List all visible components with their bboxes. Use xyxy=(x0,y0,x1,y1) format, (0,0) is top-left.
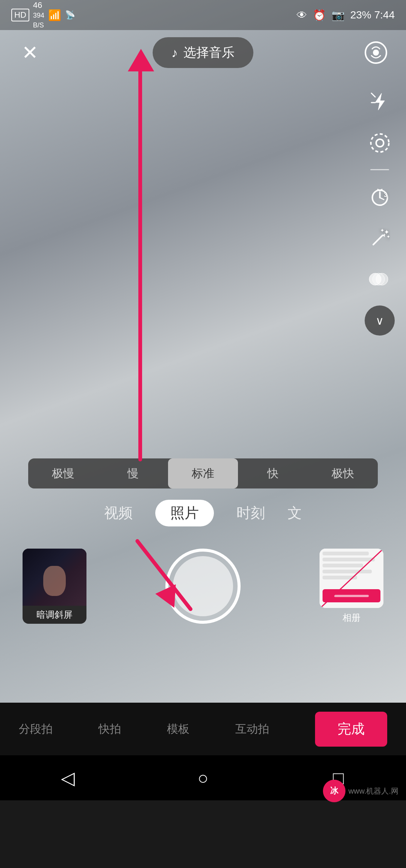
flash-button[interactable] xyxy=(365,86,395,116)
music-label: 选择音乐 xyxy=(183,44,235,61)
thumbnail-image xyxy=(23,549,86,606)
done-button[interactable]: 完成 xyxy=(315,712,387,747)
tab-segmented-shoot[interactable]: 分段拍 xyxy=(19,721,53,737)
mode-video-label: 视频 xyxy=(104,505,133,521)
speed-normal-label: 标准 xyxy=(192,466,214,481)
network-speed: 46394B/S xyxy=(33,0,44,30)
mode-tab-text[interactable]: 文 xyxy=(288,504,302,523)
speed-item-slow[interactable]: 慢 xyxy=(98,458,168,488)
music-select-button[interactable]: ♪ 选择音乐 xyxy=(153,37,253,68)
speed-selector: 极慢 慢 标准 快 极快 xyxy=(28,458,378,488)
signal-icon: 📡 xyxy=(65,10,75,20)
svg-line-13 xyxy=(373,235,383,245)
tab-interactive-label: 互动拍 xyxy=(235,723,269,735)
status-bar: HD 46394B/S 📶 📡 👁 ⏰ 📷 23% 7:44 xyxy=(0,0,406,30)
done-label: 完成 xyxy=(338,721,365,736)
svg-point-20 xyxy=(373,273,385,285)
filter-button[interactable] xyxy=(365,264,395,294)
tab-quick-shoot[interactable]: 快拍 xyxy=(98,721,121,737)
settings-button[interactable] xyxy=(365,128,395,158)
annotation-arrow-vertical xyxy=(138,63,142,461)
mode-tabs: 视频 照片 时刻 文 xyxy=(0,500,406,526)
watermark: 冰 www.机器人.网 xyxy=(323,780,398,802)
speed-item-very-fast[interactable]: 极快 xyxy=(308,458,378,488)
hd-badge: HD xyxy=(11,9,29,21)
mode-moment-label: 时刻 xyxy=(236,505,265,521)
nav-home-button[interactable]: ○ xyxy=(188,763,218,793)
alarm-icon: ⏰ xyxy=(313,9,326,21)
right-icon-panel: 3 ✦ ✦ ✦ ∨ xyxy=(365,86,395,336)
tab-segmented-label: 分段拍 xyxy=(19,723,53,735)
speed-fast-label: 快 xyxy=(267,466,279,481)
eye-icon: 👁 xyxy=(297,9,307,21)
album-preview xyxy=(320,549,383,608)
speed-slow-label: 慢 xyxy=(127,466,139,481)
close-button[interactable]: ✕ xyxy=(15,38,45,68)
status-right: 👁 ⏰ 📷 23% 7:44 xyxy=(297,9,395,21)
speed-item-very-slow[interactable]: 极慢 xyxy=(28,458,98,488)
chevron-down-icon: ∨ xyxy=(376,314,384,327)
status-left: HD 46394B/S 📶 📡 xyxy=(11,0,75,30)
annotation-arrowhead-top xyxy=(128,49,154,71)
svg-text:✦: ✦ xyxy=(386,234,390,239)
mode-photo-label: 照片 xyxy=(170,505,199,521)
svg-point-1 xyxy=(373,50,379,56)
mode-tab-moment[interactable]: 时刻 xyxy=(236,504,265,523)
close-icon: ✕ xyxy=(22,41,38,64)
thumbnail-template[interactable]: 暗调斜屏 xyxy=(23,549,86,624)
svg-point-6 xyxy=(371,134,389,152)
svg-line-3 xyxy=(371,93,375,97)
speed-very-fast-label: 极快 xyxy=(332,466,354,481)
top-bar: ✕ ♪ 选择音乐 xyxy=(0,30,406,75)
nav-back-button[interactable]: ◁ xyxy=(53,763,83,793)
svg-point-5 xyxy=(376,139,383,147)
wifi-icon: 📶 xyxy=(48,9,61,21)
beauty-button[interactable]: ✦ ✦ ✦ xyxy=(365,223,395,253)
tab-quick-label: 快拍 xyxy=(98,723,121,735)
back-icon: ◁ xyxy=(61,767,75,788)
thumbnail-label: 暗调斜屏 xyxy=(23,606,86,624)
album-label: 相册 xyxy=(342,612,361,624)
svg-line-9 xyxy=(380,198,384,200)
album-button[interactable]: 相册 xyxy=(320,549,383,624)
speed-very-slow-label: 极慢 xyxy=(52,466,74,481)
svg-text:✦: ✦ xyxy=(380,228,385,233)
home-icon: ○ xyxy=(198,768,209,788)
tab-template[interactable]: 模板 xyxy=(167,721,189,737)
mode-text-label: 文 xyxy=(288,505,302,521)
music-icon: ♪ xyxy=(171,45,178,60)
svg-marker-2 xyxy=(375,93,385,110)
battery-level: 23% 7:44 xyxy=(350,9,395,21)
timer-button[interactable]: 3 xyxy=(365,181,395,212)
svg-text:3: 3 xyxy=(384,192,387,198)
mode-tab-photo[interactable]: 照片 xyxy=(155,500,214,526)
mode-tab-video[interactable]: 视频 xyxy=(104,504,133,523)
tab-template-label: 模板 xyxy=(167,723,189,735)
speed-item-fast[interactable]: 快 xyxy=(238,458,308,488)
speed-item-normal[interactable]: 标准 xyxy=(168,458,238,488)
camera-icon: 📷 xyxy=(332,9,345,21)
camera-flip-button[interactable] xyxy=(361,38,391,68)
icon-divider xyxy=(370,169,389,170)
tab-interactive[interactable]: 互动拍 xyxy=(235,721,269,737)
bottom-tab-bar: 分段拍 快拍 模板 互动拍 完成 xyxy=(0,703,406,755)
shutter-area: 暗调斜屏 xyxy=(0,549,406,624)
expand-button[interactable]: ∨ xyxy=(365,305,395,336)
watermark-text: www.机器人.网 xyxy=(348,786,398,796)
shutter-inner xyxy=(173,556,233,616)
